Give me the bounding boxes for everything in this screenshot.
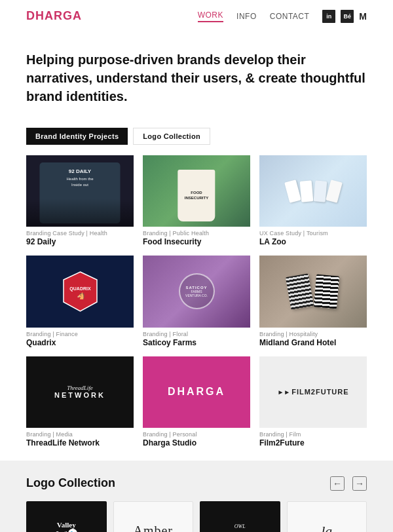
logo-nav-arrows: ← →	[330, 476, 367, 491]
portfolio-item-quadrix[interactable]: QUADRIX 🐴 Branding | Finance Quadrix	[26, 256, 134, 347]
main-nav: WORK INFO CONTACT in Bé M	[198, 10, 367, 23]
portfolio-title-quadrix: Quadrix	[26, 338, 134, 347]
logo-item-valley-quail[interactable]: Valley Quail 🐦 SAN FERNANDO VALLEY, CA M…	[26, 501, 107, 532]
portfolio-thumb-film2future: ►► FILM2FUTURE	[259, 356, 367, 428]
portfolio-label-midland: Branding | Hospitality Midland Grand Hot…	[259, 331, 367, 347]
portfolio-category-threadlife: Branding | Media	[26, 431, 134, 438]
portfolio-label-dharga-studio: Branding | Personal Dharga Studio	[143, 431, 250, 447]
filter-brand-identity[interactable]: Brand Identity Projects	[26, 128, 128, 145]
portfolio-category-quadrix: Branding | Finance	[26, 331, 134, 337]
portfolio-title-lazoo: LA Zoo	[259, 237, 367, 246]
logo-thumb-la-fleur: la	[287, 501, 367, 532]
portfolio-item-lazoo[interactable]: UX Case Study | Tourism LA Zoo	[259, 155, 367, 246]
portfolio-title-midland: Midland Grand Hotel	[259, 338, 367, 347]
hero-section: Helping purpose-driven brands develop th…	[0, 32, 393, 119]
portfolio-item-threadlife[interactable]: ThreadLife NETWORK Branding | Media Thre…	[26, 356, 134, 447]
portfolio-category-midland: Branding | Hospitality	[259, 331, 367, 337]
portfolio-category-dharga-studio: Branding | Personal	[143, 431, 250, 438]
social-icons: in Bé M	[322, 10, 367, 23]
filter-logo-collection[interactable]: Logo Collection	[133, 128, 210, 145]
logo-next-arrow[interactable]: →	[352, 476, 367, 491]
portfolio-grid: 92 DAILY Health from theInside out Brand…	[0, 155, 393, 447]
portfolio-title-food: Food Insecurity	[143, 237, 250, 246]
linkedin-icon[interactable]: in	[322, 10, 335, 23]
portfolio-label-quadrix: Branding | Finance Quadrix	[26, 331, 134, 347]
portfolio-thumb-92daily: 92 DAILY Health from theInside out	[26, 155, 134, 227]
owl-barn-wordmark: OWL BARN	[227, 523, 253, 532]
la-fleur-wordmark: la	[321, 523, 332, 532]
portfolio-item-dharga-studio[interactable]: DHARGA Branding | Personal Dharga Studio	[143, 356, 250, 447]
portfolio-category-film2future: Branding | Film	[259, 431, 367, 438]
logo-thumb-valley-quail: Valley Quail 🐦 SAN FERNANDO VALLEY, CA	[26, 501, 107, 532]
portfolio-thumb-saticoy: SATICOY FARMS VENTURA CO.	[143, 256, 250, 327]
logo-prev-arrow[interactable]: ←	[330, 476, 345, 491]
portfolio-item-saticoy[interactable]: SATICOY FARMS VENTURA CO. Branding | Flo…	[143, 256, 250, 347]
portfolio-category-lazoo: UX Case Study | Tourism	[259, 230, 367, 237]
portfolio-label-food: Branding | Public Health Food Insecurity	[143, 230, 250, 246]
nav-work[interactable]: WORK	[198, 10, 223, 22]
hero-headline: Helping purpose-driven brands develop th…	[26, 50, 367, 105]
logo-collection-header: Logo Collection ← →	[26, 476, 367, 491]
nav-info[interactable]: INFO	[236, 12, 257, 21]
filter-bar: Brand Identity Projects Logo Collection	[0, 119, 393, 155]
portfolio-thumb-midland	[259, 256, 367, 327]
portfolio-label-threadlife: Branding | Media ThreadLife Network	[26, 431, 134, 447]
logo-item-amber[interactable]: Amber Organic Beauty Amber Cosmetics	[113, 501, 194, 532]
logo-item-owl-barn[interactable]: OWL BARN Retail Owl Barn	[200, 501, 280, 532]
portfolio-label-lazoo: UX Case Study | Tourism LA Zoo	[259, 230, 367, 246]
logo-thumb-owl-barn: OWL BARN	[200, 501, 280, 532]
medium-icon[interactable]: M	[359, 11, 367, 22]
behance-icon[interactable]: Bé	[341, 10, 354, 23]
portfolio-title-film2future: Film2Future	[259, 438, 367, 447]
portfolio-thumb-threadlife: ThreadLife NETWORK	[26, 356, 134, 428]
logo-items-row: Valley Quail 🐦 SAN FERNANDO VALLEY, CA M…	[26, 501, 367, 532]
portfolio-thumb-food: FOODINSECURITY	[143, 155, 250, 227]
portfolio-thumb-dharga: DHARGA	[143, 356, 250, 428]
portfolio-label-saticoy: Branding | Floral Saticoy Farms	[143, 331, 250, 347]
site-header: DHARGA WORK INFO CONTACT in Bé M	[0, 0, 393, 32]
portfolio-item-midland[interactable]: Branding | Hospitality Midland Grand Hot…	[259, 256, 367, 347]
portfolio-category-92daily: Branding Case Study | Health	[26, 230, 134, 237]
portfolio-item-92daily[interactable]: 92 DAILY Health from theInside out Brand…	[26, 155, 134, 246]
portfolio-thumb-lazoo	[259, 155, 367, 227]
dharga-studio-wordmark: DHARGA	[168, 386, 225, 398]
svg-text:QUADRIX: QUADRIX	[69, 286, 91, 292]
portfolio-title-threadlife: ThreadLife Network	[26, 438, 134, 447]
nav-contact[interactable]: CONTACT	[270, 12, 310, 21]
portfolio-category-saticoy: Branding | Floral	[143, 331, 250, 337]
amber-wordmark: Amber	[133, 523, 173, 532]
logo-collection-section: Logo Collection ← → Valley Quail 🐦 SAN F…	[0, 461, 393, 532]
logo-item-la-fleur[interactable]: la Floral Retail La Fleur	[287, 501, 367, 532]
portfolio-item-food[interactable]: FOODINSECURITY Branding | Public Health …	[143, 155, 250, 246]
portfolio-title-dharga-studio: Dharga Studio	[143, 438, 250, 447]
portfolio-label-92daily: Branding Case Study | Health 92 Daily	[26, 230, 134, 246]
logo-thumb-amber: Amber	[113, 501, 194, 532]
portfolio-thumb-quadrix: QUADRIX 🐴	[26, 256, 134, 327]
portfolio-title-saticoy: Saticoy Farms	[143, 338, 250, 347]
portfolio-item-film2future[interactable]: ►► FILM2FUTURE Branding | Film Film2Futu…	[259, 356, 367, 447]
logo-collection-title: Logo Collection	[26, 476, 115, 490]
portfolio-category-food: Branding | Public Health	[143, 230, 250, 237]
portfolio-label-film2future: Branding | Film Film2Future	[259, 431, 367, 447]
site-logo[interactable]: DHARGA	[26, 9, 82, 23]
portfolio-title-92daily: 92 Daily	[26, 237, 134, 246]
